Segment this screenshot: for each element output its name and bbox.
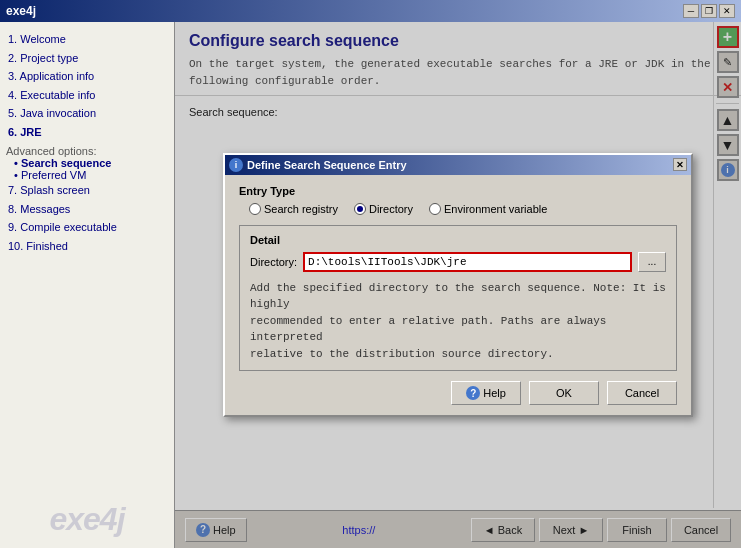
help-icon: ? [466,386,480,400]
radio-env-variable-circle[interactable] [429,203,441,215]
dialog-title-bar: i Define Search Sequence Entry ✕ [225,155,691,175]
app-title: exe4j [6,4,36,18]
dialog-help-label: Help [483,387,506,399]
sidebar: 1. Welcome 2. Project type 3. Applicatio… [0,22,175,548]
dialog-info-icon: i [229,158,243,172]
entry-type-label: Entry Type [239,185,677,197]
dialog-buttons: ? Help OK Cancel [239,381,677,405]
sidebar-advanced-label: Advanced options: [6,145,168,157]
radio-group: Search registry Directory Environment va… [239,203,677,215]
search-sequence-label: Search sequence [21,157,112,169]
sidebar-item-search-sequence[interactable]: • Search sequence [6,157,168,169]
radio-search-registry-circle[interactable] [249,203,261,215]
dialog-cancel-button[interactable]: Cancel [607,381,677,405]
dialog: i Define Search Sequence Entry ✕ Entry T… [223,153,693,418]
dialog-close-button[interactable]: ✕ [673,158,687,171]
sidebar-item-app-info[interactable]: 3. Application info [6,67,168,86]
close-button[interactable]: ✕ [719,4,735,18]
sidebar-item-messages[interactable]: 8. Messages [6,200,168,219]
sidebar-item-splash-screen[interactable]: 7. Splash screen [6,181,168,200]
minimize-button[interactable]: ─ [683,4,699,18]
detail-desc-3: relative to the distribution source dire… [250,346,666,363]
sidebar-watermark: exe4j [0,501,174,538]
preferred-vm-label: Preferred VM [21,169,86,181]
sidebar-item-finished[interactable]: 10. Finished [6,237,168,256]
title-bar: exe4j ─ ❐ ✕ [0,0,741,22]
radio-directory-label: Directory [369,203,413,215]
browse-button[interactable]: ... [638,252,666,272]
radio-env-variable[interactable]: Environment variable [429,203,547,215]
sidebar-item-compile[interactable]: 9. Compile executable [6,218,168,237]
dialog-help-button[interactable]: ? Help [451,381,521,405]
dir-row: Directory: ... [250,252,666,272]
directory-input[interactable] [303,252,632,272]
radio-search-registry-label: Search registry [264,203,338,215]
dialog-body: Entry Type Search registry Directory [225,175,691,416]
sidebar-item-welcome[interactable]: 1. Welcome [6,30,168,49]
window-controls: ─ ❐ ✕ [683,4,735,18]
detail-desc-2: recommended to enter a relative path. Pa… [250,313,666,346]
bullet-icon2: • [14,169,21,181]
sidebar-item-project-type[interactable]: 2. Project type [6,49,168,68]
detail-desc-1: Add the specified directory to the searc… [250,280,666,313]
sidebar-item-preferred-vm[interactable]: • Preferred VM [6,169,168,181]
sidebar-item-jre[interactable]: 6. JRE [6,123,168,142]
main-layout: 1. Welcome 2. Project type 3. Applicatio… [0,22,741,548]
bullet-icon: • [14,157,21,169]
radio-env-variable-label: Environment variable [444,203,547,215]
sidebar-item-java-invocation[interactable]: 5. Java invocation [6,104,168,123]
detail-label: Detail [250,234,666,246]
dialog-title-text: i Define Search Sequence Entry [229,158,407,172]
radio-directory[interactable]: Directory [354,203,413,215]
sidebar-item-exec-info[interactable]: 4. Executable info [6,86,168,105]
detail-section: Detail Directory: ... Add the specified … [239,225,677,372]
radio-search-registry[interactable]: Search registry [249,203,338,215]
dialog-ok-button[interactable]: OK [529,381,599,405]
restore-button[interactable]: ❐ [701,4,717,18]
directory-label: Directory: [250,256,297,268]
content-area: Configure search sequence On the target … [175,22,741,548]
radio-directory-circle[interactable] [354,203,366,215]
modal-overlay: i Define Search Sequence Entry ✕ Entry T… [175,22,741,548]
dialog-title-label: Define Search Sequence Entry [247,159,407,171]
